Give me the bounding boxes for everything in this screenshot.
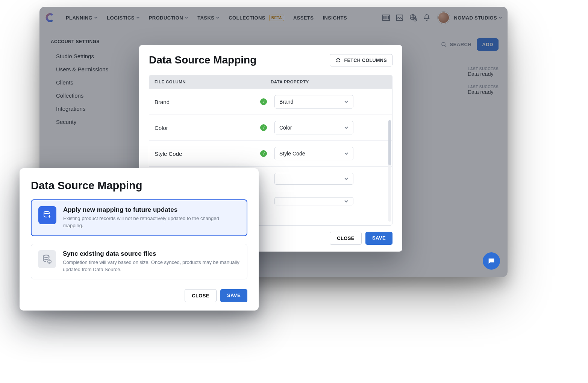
search-icon: [441, 41, 447, 48]
sidebar-title: ACCOUNT SETTINGS: [51, 39, 130, 44]
file-column-name: Color: [155, 125, 168, 131]
account-name-label: NOMAD STUDIOS: [454, 15, 497, 21]
chevron-down-icon: [344, 151, 349, 156]
search-input[interactable]: SEARCH: [441, 41, 471, 48]
chevron-down-icon: [499, 16, 502, 20]
svg-rect-1: [396, 15, 403, 21]
check-icon: ✓: [260, 98, 267, 105]
nav-insights[interactable]: INSIGHTS: [319, 13, 351, 23]
svg-point-4: [442, 42, 445, 46]
modal-title: Data Source Mapping: [31, 179, 247, 192]
add-button[interactable]: ADD: [477, 38, 499, 51]
svg-point-6: [43, 255, 49, 258]
image-icon[interactable]: [396, 14, 404, 22]
fetch-columns-button[interactable]: FETCH COLUMNS: [330, 54, 393, 66]
last-success-value: Data ready: [468, 71, 499, 77]
table-row: Brand ✓ Brand: [149, 89, 392, 115]
bell-icon[interactable]: [423, 14, 431, 22]
table-header: FILE COLUMN DATA PROPERTY: [149, 75, 392, 89]
file-column-name: Brand: [155, 99, 170, 105]
chevron-down-icon: [344, 176, 349, 181]
chevron-down-icon: [344, 199, 349, 204]
sidebar-item-security[interactable]: Security: [51, 115, 130, 128]
property-select[interactable]: Brand: [274, 95, 353, 109]
chat-icon: [487, 257, 496, 265]
property-value: Style Code: [279, 151, 305, 157]
search-placeholder: SEARCH: [450, 42, 471, 47]
save-button[interactable]: SAVE: [220, 289, 247, 302]
property-select[interactable]: [274, 197, 353, 205]
chevron-down-icon: [344, 100, 349, 104]
nav-label: LOGISTICS: [107, 15, 135, 21]
nav-label: PLANNING: [66, 15, 92, 21]
fetch-columns-label: FETCH COLUMNS: [344, 58, 387, 63]
globe-icon[interactable]: [409, 14, 417, 22]
nav-label: COLLECTIONS: [229, 15, 265, 21]
topbar-icons: [382, 14, 431, 22]
nav-production[interactable]: PRODUCTION: [145, 13, 192, 23]
chevron-down-icon: [185, 16, 188, 20]
option-title: Apply new mapping to future updates: [63, 206, 240, 214]
sidebar-item-users-permissions[interactable]: Users & Permissions: [51, 63, 130, 76]
chevron-down-icon: [344, 125, 349, 130]
col-header-file: FILE COLUMN: [155, 80, 271, 84]
nav-tasks[interactable]: TASKS: [194, 13, 223, 23]
nav-assets[interactable]: ASSETS: [289, 13, 317, 23]
close-button[interactable]: CLOSE: [330, 232, 362, 245]
option-description: Existing product records will not be ret…: [63, 215, 240, 229]
nav-planning[interactable]: PLANNING: [62, 13, 102, 23]
property-select[interactable]: Color: [274, 121, 353, 134]
sidebar-item-collections[interactable]: Collections: [51, 89, 130, 102]
table-row: Style Code ✓ Style Code: [149, 140, 392, 166]
mapping-save-options-modal: Data Source Mapping Apply new mapping to…: [20, 168, 259, 311]
close-button[interactable]: CLOSE: [185, 289, 217, 302]
database-lightning-icon: [38, 206, 56, 224]
property-select[interactable]: Style Code: [274, 147, 353, 160]
avatar[interactable]: [438, 12, 450, 24]
property-value: Brand: [279, 99, 293, 105]
beta-badge: BETA: [269, 15, 284, 21]
refresh-icon: [335, 57, 341, 63]
option-description: Completion time will vary based on size.…: [63, 259, 240, 273]
modal-title: Data Source Mapping: [149, 54, 256, 66]
topbar: PLANNING LOGISTICS PRODUCTION TASKS COLL…: [39, 7, 508, 29]
col-header-property: DATA PROPERTY: [271, 80, 387, 84]
chat-launcher[interactable]: [483, 252, 500, 270]
option-title: Sync existing data source files: [63, 250, 240, 258]
database-sync-icon: [38, 250, 56, 268]
file-column-name: Style Code: [155, 151, 182, 157]
nav-label: PRODUCTION: [149, 15, 183, 21]
app-logo: [45, 12, 56, 23]
chevron-down-icon: [94, 16, 98, 20]
property-select[interactable]: [274, 173, 353, 185]
account-switcher[interactable]: NOMAD STUDIOS: [454, 15, 502, 21]
nav-label: TASKS: [197, 15, 214, 21]
save-button[interactable]: SAVE: [365, 232, 393, 245]
nav-logistics[interactable]: LOGISTICS: [103, 13, 144, 23]
svg-point-5: [44, 211, 49, 214]
sidebar-item-studio-settings[interactable]: Studio Settings: [51, 50, 130, 63]
chevron-down-icon: [136, 16, 140, 20]
property-value: Color: [279, 125, 292, 131]
sidebar-item-clients[interactable]: Clients: [51, 76, 130, 89]
nav-label: INSIGHTS: [323, 15, 347, 21]
last-success-label: LAST SUCCESS: [468, 67, 499, 71]
chevron-down-icon: [216, 16, 220, 20]
scrollbar-thumb[interactable]: [388, 120, 391, 165]
option-apply-future[interactable]: Apply new mapping to future updates Exis…: [31, 199, 247, 236]
last-success-label: LAST SUCCESS: [468, 85, 499, 89]
nav-collections[interactable]: COLLECTIONS BETA: [225, 12, 288, 23]
check-icon: ✓: [260, 150, 267, 157]
option-sync-existing[interactable]: Sync existing data source files Completi…: [31, 244, 247, 280]
table-row: Color ✓ Color: [149, 115, 392, 140]
check-icon: ✓: [260, 124, 267, 131]
nav-label: ASSETS: [293, 15, 314, 21]
last-success-value: Data ready: [468, 89, 499, 95]
sidebar-item-integrations[interactable]: Integrations: [51, 102, 130, 115]
barcode-icon[interactable]: [382, 14, 390, 22]
